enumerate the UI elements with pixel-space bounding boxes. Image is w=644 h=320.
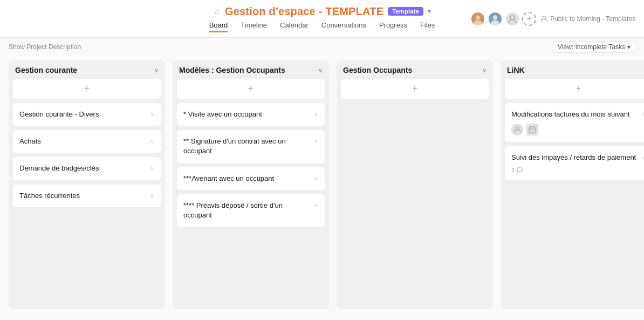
nav-item-timeline[interactable]: Timeline <box>241 21 267 32</box>
column-title-modeles-gestion-occupants: Modèles : Gestion Occupants <box>179 66 285 74</box>
task-expand-icon[interactable]: ∨ <box>314 202 318 209</box>
task-expand-icon[interactable]: ∨ <box>314 138 318 145</box>
title-chevron-icon[interactable]: ▾ <box>428 8 431 15</box>
task-expand-icon[interactable]: ∨ <box>150 111 154 118</box>
nav-item-files[interactable]: Files <box>420 21 435 32</box>
task-expand-icon[interactable]: ∨ <box>150 192 154 199</box>
task-expand-icon[interactable]: ∨ <box>642 111 644 118</box>
svg-point-4 <box>493 15 498 20</box>
header-right: + Public to Morning - Templates <box>470 11 635 26</box>
column-collapse-icon[interactable]: ∨ <box>154 67 159 74</box>
task-title: **** Préavis déposé / sortie d'un occupa… <box>183 201 312 220</box>
svg-rect-9 <box>529 127 536 133</box>
column-gestion-courante: Gestion courante∨+Gestion courante - Div… <box>9 60 165 309</box>
header: ☆ Gestion d'espace - TEMPLATE Template ▾… <box>0 0 644 38</box>
task-card[interactable]: **** Préavis déposé / sortie d'un occupa… <box>177 194 325 227</box>
task-card[interactable]: Tâches récurrentes∨ <box>13 185 161 207</box>
avatar-user2[interactable] <box>488 11 503 26</box>
show-description-link[interactable]: Show Project Description <box>9 43 81 51</box>
task-card[interactable]: Suivi des impayés / retards de paiement1… <box>505 146 644 180</box>
column-collapse-icon[interactable]: ∨ <box>482 67 487 74</box>
column-modeles-gestion-occupants: Modèles : Gestion Occupants∨+* Visite av… <box>173 60 329 309</box>
task-title: Tâches récurrentes <box>19 191 148 201</box>
task-comments: 1 <box>511 167 640 173</box>
board: Gestion courante∨+Gestion courante - Div… <box>0 56 644 318</box>
main-nav: BoardTimelineCalendarConversationsProgre… <box>209 21 435 32</box>
public-label: Public to Morning - Templates <box>540 15 635 23</box>
view-filter-chevron-icon: ▾ <box>627 43 631 51</box>
column-header-link: LiNK∨ <box>505 60 644 79</box>
add-task-button-link[interactable]: + <box>505 79 644 99</box>
add-member-button[interactable]: + <box>522 12 536 26</box>
task-title: Demande de badges/clés <box>19 164 148 173</box>
nav-item-calendar[interactable]: Calendar <box>280 21 309 32</box>
avatar-user1[interactable] <box>470 11 485 26</box>
task-expand-icon[interactable]: ∨ <box>642 154 644 161</box>
column-collapse-icon[interactable]: ∨ <box>318 67 323 74</box>
template-badge: Template <box>388 7 423 16</box>
comment-count: 1 <box>511 167 523 173</box>
subheader: Show Project Description View: Incomplet… <box>0 38 644 56</box>
add-task-button-gestion-courante[interactable]: + <box>13 79 161 99</box>
person-icon <box>540 15 548 23</box>
nav-item-progress[interactable]: Progress <box>379 21 407 32</box>
task-title: ** Signature d'un contrat avec un occupa… <box>183 137 312 156</box>
svg-point-5 <box>491 20 499 25</box>
page-title: Gestion d'espace - TEMPLATE <box>225 5 383 18</box>
view-filter-button[interactable]: View: Incomplete Tasks ▾ <box>553 41 635 53</box>
task-title: Suivi des impayés / retards de paiement <box>511 153 640 162</box>
svg-point-1 <box>476 15 481 20</box>
task-card[interactable]: * Visite avec un occupant∨ <box>177 103 325 126</box>
task-card[interactable]: Modifications factures du mois suivant∨ <box>505 103 644 142</box>
task-title: Modifications factures du mois suivant <box>511 110 640 119</box>
task-expand-icon[interactable]: ∨ <box>150 138 154 145</box>
task-title: ***Avenant avec un occupant <box>183 174 312 183</box>
task-card[interactable]: Demande de badges/clés∨ <box>13 157 161 180</box>
column-link: LiNK∨+Modifications factures du mois sui… <box>501 60 644 309</box>
task-expand-icon[interactable]: ∨ <box>314 111 318 118</box>
task-date-icon[interactable] <box>526 124 538 135</box>
column-title-gestion-courante: Gestion courante <box>15 66 77 74</box>
column-header-gestion-occupants: Gestion Occupants∨ <box>341 60 489 79</box>
add-task-button-gestion-occupants[interactable]: + <box>341 79 489 99</box>
column-title-link: LiNK <box>507 66 525 74</box>
task-assignees <box>511 124 640 135</box>
column-header-gestion-courante: Gestion courante∨ <box>13 60 161 79</box>
nav-item-board[interactable]: Board <box>209 21 228 32</box>
task-assignee-avatar[interactable] <box>511 124 523 135</box>
column-gestion-occupants: Gestion Occupants∨+ <box>337 60 493 309</box>
task-expand-icon[interactable]: ∨ <box>150 165 154 172</box>
task-card[interactable]: Gestion courante - Divers∨ <box>13 103 161 126</box>
task-title: Achats <box>19 137 148 146</box>
column-title-gestion-occupants: Gestion Occupants <box>343 66 412 74</box>
task-title: * Visite avec un occupant <box>183 110 312 119</box>
nav-item-conversations[interactable]: Conversations <box>321 21 366 32</box>
task-card[interactable]: Achats∨ <box>13 130 161 153</box>
task-expand-icon[interactable]: ∨ <box>314 175 318 182</box>
task-card[interactable]: ** Signature d'un contrat avec un occupa… <box>177 130 325 162</box>
star-icon[interactable]: ☆ <box>213 6 221 17</box>
column-header-modeles-gestion-occupants: Modèles : Gestion Occupants∨ <box>177 60 325 79</box>
avatar-group: + <box>470 11 536 26</box>
task-title: Gestion courante - Divers <box>19 110 148 119</box>
svg-point-2 <box>474 20 482 25</box>
task-card[interactable]: ***Avenant avec un occupant∨ <box>177 167 325 190</box>
add-task-button-modeles-gestion-occupants[interactable]: + <box>177 79 325 99</box>
title-row: ☆ Gestion d'espace - TEMPLATE Template ▾ <box>213 5 431 18</box>
avatar-user3[interactable] <box>505 11 520 26</box>
